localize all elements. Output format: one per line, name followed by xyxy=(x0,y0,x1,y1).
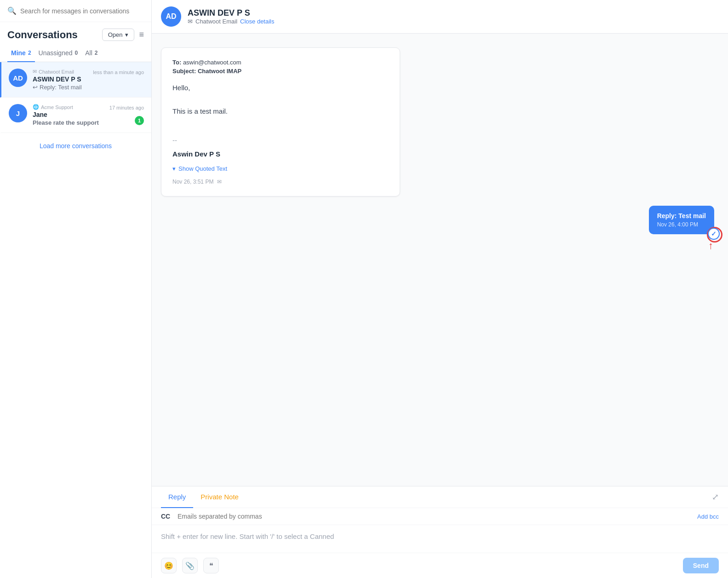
mail-icon: ✉ xyxy=(33,69,37,75)
email-separator: -- xyxy=(172,134,389,146)
email-footer: Nov 26, 3:51 PM ✉ xyxy=(172,179,389,185)
conversation-list: AD ✉ Chatwoot Email ASWIN DEV P S ↩ Repl… xyxy=(0,62,151,578)
contact-info: ASWIN DEV P S ✉ Chatwoot Email Close det… xyxy=(188,8,719,25)
reply-bubble: Reply: Test mail Nov 26, 4:00 PM ✓ xyxy=(649,206,714,234)
avatar: J xyxy=(9,104,27,122)
send-button[interactable]: Send xyxy=(683,558,719,573)
compose-tabs: Reply Private Note ⤢ xyxy=(152,486,728,508)
conv-preview: Please rate the support xyxy=(33,119,144,126)
sidebar: 🔍 Conversations Open ▾ ≡ Mine 2 Unassign… xyxy=(0,0,152,578)
cc-label: CC xyxy=(161,513,172,520)
conv-name: ASWIN DEV P S xyxy=(33,75,144,83)
header-right: Open ▾ ≡ xyxy=(102,29,144,41)
main-content: AD ASWIN DEV P S ✉ Chatwoot Email Close … xyxy=(152,0,728,578)
close-details-link[interactable]: Close details xyxy=(240,18,274,25)
reply-bubble-time: Nov 26, 4:00 PM xyxy=(657,221,706,228)
email-to: To: aswin@chatwoot.com xyxy=(172,59,389,66)
expand-icon[interactable]: ⤢ xyxy=(712,492,719,502)
unread-badge: 1 xyxy=(135,116,144,125)
search-bar: 🔍 xyxy=(0,0,151,22)
compose-toolbar: 😊 📎 ❝ Send xyxy=(152,553,728,578)
attachment-button[interactable]: 📎 xyxy=(182,558,198,573)
conv-name: Jane xyxy=(33,111,144,118)
conversation-item-2[interactable]: J 🌐 Acme Support Jane Please rate the su… xyxy=(0,98,151,133)
filter-icon[interactable]: ≡ xyxy=(139,30,144,40)
messages-area: To: aswin@chatwoot.com Subject: Chatwoot… xyxy=(152,34,728,486)
contact-sub: ✉ Chatwoot Email Close details xyxy=(188,18,719,25)
tab-mine[interactable]: Mine 2 xyxy=(7,45,35,62)
tab-all[interactable]: All 2 xyxy=(81,45,101,62)
tab-unassigned[interactable]: Unassigned 0 xyxy=(35,45,82,62)
contact-avatar: AD xyxy=(161,6,181,27)
conversations-header: Conversations Open ▾ ≡ xyxy=(0,22,151,45)
red-arrow-indicator: ↑ xyxy=(708,240,713,252)
contact-name: ASWIN DEV P S xyxy=(188,8,719,18)
email-subject: Subject: Chatwoot IMAP xyxy=(172,68,389,75)
show-quoted-text[interactable]: ▾ Show Quoted Text xyxy=(172,165,389,172)
cc-input[interactable] xyxy=(178,513,692,520)
chevron-down-icon: ▾ xyxy=(172,165,176,172)
reply-bubble-title: Reply: Test mail xyxy=(657,212,706,220)
mail-icon-header: ✉ xyxy=(188,18,193,25)
conversations-title: Conversations xyxy=(7,29,78,41)
globe-icon: 🌐 xyxy=(33,104,39,110)
emoji-button[interactable]: 😊 xyxy=(161,558,177,573)
check-circle: ✓ xyxy=(708,228,720,240)
chevron-down-icon: ▾ xyxy=(125,31,128,38)
check-icon: ✓ xyxy=(711,230,717,237)
conv-time: 17 minutes ago xyxy=(109,105,144,110)
search-input[interactable] xyxy=(20,7,144,15)
email-sender: Aswin Dev P S xyxy=(172,148,389,160)
add-bcc-button[interactable]: Add bcc xyxy=(697,513,719,520)
email-body: Hello, This is a test mail. -- Aswin Dev… xyxy=(172,82,389,160)
conversation-item-1[interactable]: AD ✉ Chatwoot Email ASWIN DEV P S ↩ Repl… xyxy=(0,62,151,98)
open-label: Open xyxy=(108,31,123,38)
mail-icon-footer: ✉ xyxy=(217,179,222,185)
conv-time: less than a minute ago xyxy=(93,69,144,75)
email-message-card: To: aswin@chatwoot.com Subject: Chatwoot… xyxy=(161,47,400,197)
tab-bar: Mine 2 Unassigned 0 All 2 xyxy=(0,45,151,62)
reply-bubble-wrap: Reply: Test mail Nov 26, 4:00 PM ✓ ↑ xyxy=(161,206,719,234)
avatar: AD xyxy=(9,69,27,87)
compose-area: Reply Private Note ⤢ CC Add bcc Shift + … xyxy=(152,486,728,578)
main-header: AD ASWIN DEV P S ✉ Chatwoot Email Close … xyxy=(152,0,728,34)
compose-body[interactable]: Shift + enter for new line. Start with '… xyxy=(152,525,728,553)
reply-arrow-icon: ↩ xyxy=(33,84,38,91)
compose-tab-reply[interactable]: Reply xyxy=(161,486,193,508)
load-more-button[interactable]: Load more conversations xyxy=(0,133,151,159)
compose-tab-private-note[interactable]: Private Note xyxy=(193,486,246,508)
reply-bubble-container: Reply: Test mail Nov 26, 4:00 PM ✓ ↑ xyxy=(649,206,714,234)
open-dropdown[interactable]: Open ▾ xyxy=(102,29,135,41)
cc-row: CC Add bcc xyxy=(152,508,728,525)
quote-button[interactable]: ❝ xyxy=(203,558,219,573)
conv-preview: ↩ Reply: Test mail xyxy=(33,84,144,91)
search-icon: 🔍 xyxy=(7,6,17,15)
